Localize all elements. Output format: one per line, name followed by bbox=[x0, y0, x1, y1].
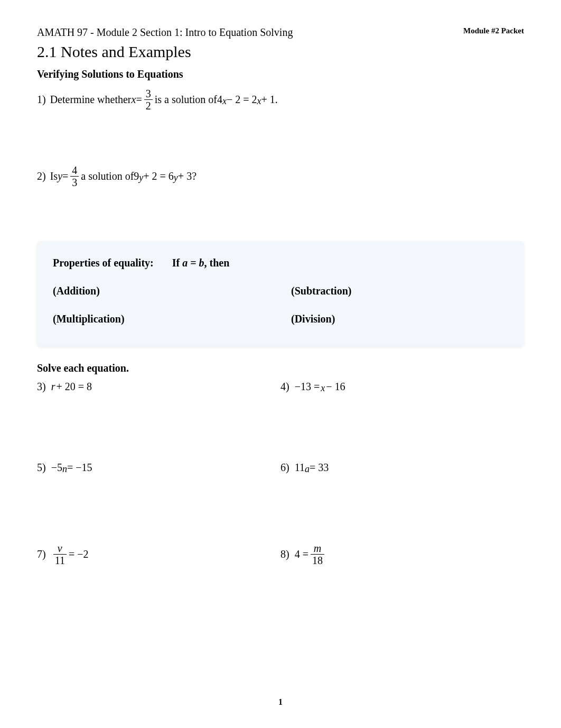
problem-4: 4) −13 = x − 16 bbox=[280, 381, 524, 393]
if-text: If bbox=[172, 257, 182, 269]
problem-6: 6) 11 a = 33 bbox=[280, 462, 524, 474]
problem-number: 1) bbox=[37, 94, 46, 106]
problem-text: is a solution of bbox=[155, 94, 217, 106]
fraction-numerator: 3 bbox=[144, 88, 153, 99]
fraction-v-11: v 11 bbox=[53, 542, 67, 566]
problem-8: 8) 4 = m 18 bbox=[280, 542, 524, 566]
module-packet-label: Module #2 Packet bbox=[463, 26, 524, 35]
property-addition: (Addition) bbox=[53, 285, 280, 297]
equation-text: −13 = bbox=[295, 381, 320, 393]
solve-each-equation-title: Solve each equation. bbox=[37, 362, 524, 374]
section-title: 2.1 Notes and Examples bbox=[37, 43, 524, 61]
problem-number: 4) bbox=[280, 381, 289, 393]
properties-box: Properties of equality: If a = b, then (… bbox=[37, 241, 524, 346]
equation-text: = −2 bbox=[69, 548, 89, 560]
fraction-4-3: 4 3 bbox=[70, 164, 79, 188]
equation-text: 4 = bbox=[295, 548, 308, 560]
problem-number: 2) bbox=[37, 170, 46, 182]
problems-grid: 3) r + 20 = 8 4) −13 = x − 16 5) −5 n = … bbox=[37, 381, 524, 566]
equation-text: 11 bbox=[295, 462, 305, 474]
equation-text: − 16 bbox=[326, 381, 345, 393]
variable-x: x bbox=[222, 96, 227, 107]
variable-x: x bbox=[321, 383, 325, 394]
variable-x: x bbox=[257, 96, 261, 107]
equation-text: = −15 bbox=[67, 462, 92, 474]
coefficient: 9 bbox=[134, 170, 139, 182]
equals-sign: = bbox=[62, 170, 68, 182]
equals-sign: = bbox=[136, 94, 142, 106]
subsection-title: Verifying Solutions to Equations bbox=[37, 68, 524, 80]
variable-b: b bbox=[199, 257, 204, 269]
then-text: , then bbox=[204, 257, 230, 269]
equation-text: −5 bbox=[51, 462, 62, 474]
fraction-denominator: 11 bbox=[53, 554, 67, 566]
variable-a: a bbox=[182, 257, 188, 269]
fraction-numerator: m bbox=[312, 542, 323, 554]
problem-text: Is bbox=[50, 170, 58, 182]
page-number: 1 bbox=[278, 697, 283, 707]
variable-y: y bbox=[58, 170, 62, 182]
equation-part: − 2 = 2 bbox=[227, 94, 257, 106]
fraction-denominator: 18 bbox=[311, 554, 324, 566]
coefficient: 4 bbox=[217, 94, 222, 106]
fraction-3-2: 3 2 bbox=[144, 88, 153, 112]
variable-y: y bbox=[139, 172, 143, 183]
variable-x: x bbox=[132, 94, 136, 106]
problem-5: 5) −5 n = −15 bbox=[37, 462, 280, 474]
properties-if-clause: If a = b, then bbox=[172, 257, 230, 269]
variable-a: a bbox=[305, 464, 310, 475]
variable-n: n bbox=[62, 464, 67, 475]
problem-text: a solution of bbox=[81, 170, 134, 182]
problem-number: 3) bbox=[37, 381, 46, 393]
period: . bbox=[275, 94, 278, 106]
problem-2: 2) Is y = 4 3 a solution of 9 y + 2 = 6 … bbox=[37, 164, 524, 188]
course-title: AMATH 97 - Module 2 Section 1: Intro to … bbox=[37, 26, 293, 39]
fraction-denominator: 3 bbox=[70, 176, 79, 188]
properties-title: Properties of equality: bbox=[53, 257, 154, 269]
equation-part: + 2 = 6 bbox=[143, 170, 174, 182]
problem-number: 6) bbox=[280, 462, 289, 474]
equation-text: + 20 = 8 bbox=[56, 381, 92, 393]
question-mark: ? bbox=[192, 170, 197, 182]
fraction-denominator: 2 bbox=[144, 99, 153, 112]
equation-part: + 3 bbox=[178, 170, 192, 182]
variable-y: y bbox=[174, 172, 178, 183]
property-multiplication: (Multiplication) bbox=[53, 313, 280, 325]
fraction-m-18: m 18 bbox=[311, 542, 324, 566]
equation-text: = 33 bbox=[310, 462, 329, 474]
property-division: (Division) bbox=[280, 313, 508, 325]
problem-7: 7) v 11 = −2 bbox=[37, 542, 280, 566]
equals-sign: = bbox=[188, 257, 199, 269]
problem-number: 7) bbox=[37, 548, 46, 560]
problem-1: 1) Determine whether x = 3 2 is a soluti… bbox=[37, 88, 524, 112]
problem-text: Determine whether bbox=[50, 94, 132, 106]
problem-number: 8) bbox=[280, 548, 289, 560]
properties-title-row: Properties of equality: If a = b, then bbox=[53, 257, 508, 269]
variable-r: r bbox=[51, 381, 55, 393]
property-subtraction: (Subtraction) bbox=[280, 285, 508, 297]
problem-number: 5) bbox=[37, 462, 46, 474]
fraction-numerator: v bbox=[56, 542, 64, 554]
problem-3: 3) r + 20 = 8 bbox=[37, 381, 280, 393]
equation-part: + 1 bbox=[261, 94, 275, 106]
fraction-numerator: 4 bbox=[70, 164, 79, 176]
